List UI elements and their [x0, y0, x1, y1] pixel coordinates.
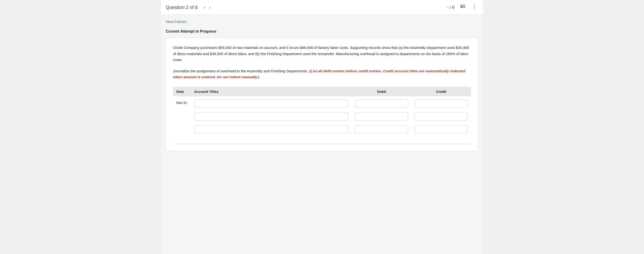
more-options-button[interactable]: ⋮ [471, 3, 478, 11]
content-area: View Policies Current Attempt in Progres… [161, 15, 483, 161]
prev-question-button[interactable]: ‹ [202, 4, 207, 11]
col-credit-header: Credit [411, 87, 471, 96]
account-input-2[interactable] [194, 112, 349, 120]
list-icon-button[interactable] [459, 4, 466, 11]
top-bar: Question 2 of 8 ‹ › - / 6 [161, 0, 483, 15]
col-date-header: Date [173, 87, 191, 96]
next-arrow-icon: › [209, 5, 210, 10]
table-row [173, 123, 471, 137]
credit-input-2[interactable] [415, 112, 468, 120]
debit-input-2[interactable] [355, 112, 408, 120]
account-cell-3 [191, 123, 352, 137]
col-debit-header: Debit [352, 87, 411, 96]
debit-cell-3 [352, 123, 411, 137]
account-input-1[interactable] [194, 100, 349, 108]
instruction-text: Journalize the assignment of overhead to… [173, 68, 471, 80]
table-header-row: Date Account Titles Debit Credit [173, 87, 471, 96]
date-cell-empty-2 [173, 123, 191, 137]
credit-input-1[interactable] [415, 100, 468, 108]
account-cell-1 [191, 96, 352, 110]
debit-input-1[interactable] [355, 100, 408, 108]
question-text: Oriole Company purchases $55,000 of raw … [173, 45, 471, 63]
instruction-prefix: Journalize the assignment of overhead to… [173, 69, 308, 73]
question-card: Oriole Company purchases $55,000 of raw … [166, 38, 478, 151]
account-input-3[interactable] [194, 125, 349, 133]
col-account-header: Account Titles [191, 87, 352, 96]
credit-cell-3 [411, 123, 471, 137]
date-cell-empty-1 [173, 110, 191, 123]
debit-cell-2 [352, 110, 411, 123]
prev-arrow-icon: ‹ [204, 5, 205, 10]
question-label: Question 2 of 8 [166, 5, 198, 10]
debit-input-3[interactable] [355, 125, 408, 133]
list-icon [460, 5, 465, 10]
credit-cell-1 [411, 96, 471, 110]
next-question-button[interactable]: › [207, 4, 212, 11]
bottom-divider [173, 144, 471, 144]
table-row [173, 110, 471, 123]
current-attempt-label: Current Attempt in Progress [166, 29, 478, 34]
score-display: - / 6 [447, 5, 454, 10]
debit-cell-1 [352, 96, 411, 110]
view-policies-link[interactable]: View Policies [166, 20, 186, 24]
table-row: Mar.31 [173, 96, 471, 110]
credit-input-3[interactable] [415, 125, 468, 133]
journal-table: Date Account Titles Debit Credit Mar.31 [173, 87, 471, 137]
top-bar-right: - / 6 ⋮ [447, 3, 478, 11]
account-cell-2 [191, 110, 352, 123]
date-cell: Mar.31 [173, 96, 191, 110]
more-icon: ⋮ [472, 4, 477, 10]
credit-cell-2 [411, 110, 471, 123]
